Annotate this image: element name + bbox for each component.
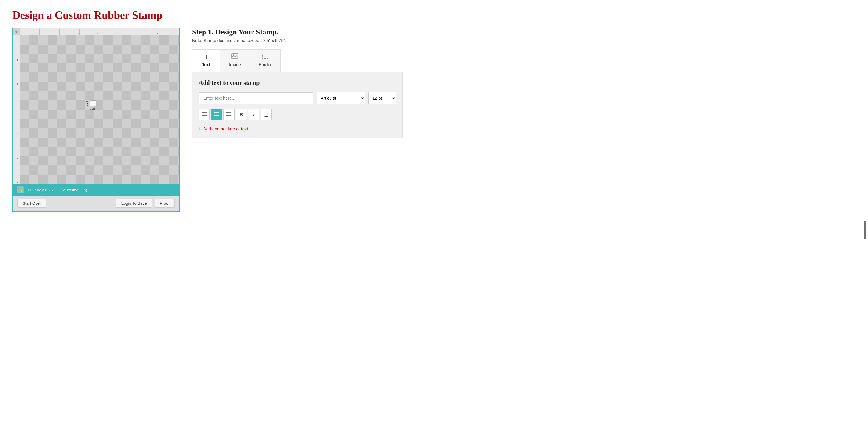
ruler-left-3: 3 xyxy=(17,107,18,111)
step-title: Step 1. Design Your Stamp. xyxy=(192,28,403,36)
canvas-area[interactable]: 0.25" 0.25" xyxy=(20,35,179,184)
tab-text[interactable]: T Text xyxy=(192,50,220,71)
ruler-left-1: 1 xyxy=(17,59,18,62)
stamp-dim-vertical: 0.25" xyxy=(85,100,88,106)
italic-icon: I xyxy=(253,112,254,117)
ruler-top-marks: 1 2 3 4 5 6 7 8 xyxy=(20,29,179,35)
tool-tabs: T Text Image Bor xyxy=(192,49,281,72)
canvas-right-buttons: Login To Save Proof xyxy=(116,199,175,208)
stamp-element-container: 0.25" 0.25" xyxy=(90,100,96,107)
tab-text-label: Text xyxy=(202,62,211,67)
ruler-mark-4: 4 xyxy=(80,29,99,35)
bold-icon: B xyxy=(240,112,243,117)
font-select[interactable]: Articulat Arial Times New Roman Courier … xyxy=(317,92,365,104)
tab-image[interactable]: Image xyxy=(220,50,250,71)
italic-button[interactable]: I xyxy=(248,109,259,120)
align-left-button[interactable] xyxy=(198,109,210,120)
canvas-bottom-bar: Start Over Login To Save Proof xyxy=(13,196,179,211)
pencil-icon: ✏️ xyxy=(17,186,24,193)
ruler-mark-7: 7 xyxy=(140,29,159,35)
underline-button[interactable]: U xyxy=(260,109,272,120)
right-panel: Step 1. Design Your Stamp. Note: Stamp d… xyxy=(192,28,403,138)
align-right-button[interactable] xyxy=(223,109,235,120)
stamp-canvas-wrapper: 0 1 2 3 4 5 6 7 8 1 2 3 4 5 6 xyxy=(12,28,180,212)
canvas-body: 1 2 3 4 5 6 0.25" 0.25" xyxy=(13,35,179,184)
tab-image-label: Image xyxy=(229,62,241,67)
tab-border[interactable]: Border xyxy=(250,50,280,71)
border-tab-icon xyxy=(262,53,269,60)
ruler-left-6: 6 xyxy=(17,182,18,185)
stamp-dim-horizontal: 0.25" xyxy=(90,107,96,110)
ruler-mark-5: 5 xyxy=(99,29,119,35)
canvas-autosize: (Autosize: On) xyxy=(61,188,87,192)
image-tab-icon xyxy=(231,53,238,60)
scrollbar-indicator[interactable] xyxy=(864,220,866,239)
ruler-left-5: 5 xyxy=(17,157,18,160)
align-center-button[interactable] xyxy=(211,109,222,120)
text-panel-title: Add text to your stamp xyxy=(198,79,396,86)
stamp-element[interactable]: 0.25" 0.25" xyxy=(90,100,96,106)
canvas-dimensions: 0.25" W x 0.25" H xyxy=(27,188,58,192)
ruler-top: 0 1 2 3 4 5 6 7 8 xyxy=(13,29,179,35)
ruler-mark-1: 1 xyxy=(20,29,40,35)
underline-icon: U xyxy=(265,112,268,117)
ruler-left-2: 2 xyxy=(17,83,18,86)
add-line-button[interactable]: + Add another line of text xyxy=(198,126,248,132)
bold-button[interactable]: B xyxy=(236,109,247,120)
proof-button[interactable]: Proof xyxy=(155,199,175,208)
text-panel: Add text to your stamp Articulat Arial T… xyxy=(192,72,403,138)
ruler-mark-2: 2 xyxy=(40,29,60,35)
step-note: Note: Stamp designs cannot exceed 7.5" x… xyxy=(192,38,403,43)
add-line-plus-icon: + xyxy=(198,126,202,132)
ruler-corner: 0 xyxy=(13,29,20,35)
ruler-mark-6: 6 xyxy=(119,29,139,35)
size-select[interactable]: 8 pt 10 pt 12 pt 14 pt 16 pt 18 pt 24 pt… xyxy=(368,92,396,104)
ruler-left-4: 4 xyxy=(17,132,18,135)
add-line-label: Add another line of text xyxy=(203,126,248,131)
svg-point-1 xyxy=(232,54,234,56)
format-toolbar: B I U xyxy=(198,109,396,120)
tab-border-label: Border xyxy=(259,62,272,67)
ruler-left: 1 2 3 4 5 6 xyxy=(13,35,20,184)
start-over-button[interactable]: Start Over xyxy=(17,199,46,208)
text-input[interactable] xyxy=(198,92,313,104)
canvas-status-bar: ✏️ 0.25" W x 0.25" H (Autosize: On) xyxy=(13,184,179,196)
text-input-row: Articulat Arial Times New Roman Courier … xyxy=(198,92,396,104)
login-save-button[interactable]: Login To Save xyxy=(116,199,152,208)
ruler-mark-8: 8 xyxy=(159,29,179,35)
svg-rect-2 xyxy=(262,54,268,58)
stamp-box xyxy=(90,100,96,106)
page-title: Design a Custom Rubber Stamp xyxy=(12,9,856,22)
main-layout: 0 1 2 3 4 5 6 7 8 1 2 3 4 5 6 xyxy=(12,28,856,212)
ruler-mark-3: 3 xyxy=(60,29,80,35)
text-tab-icon: T xyxy=(204,53,208,60)
